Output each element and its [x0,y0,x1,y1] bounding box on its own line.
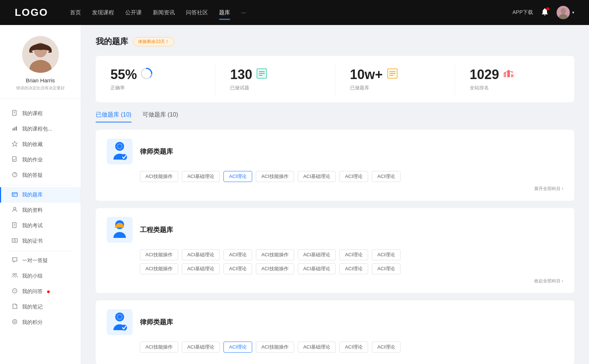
sidebar-item-label: 我的小组 [22,273,43,279]
sidebar-item-course-pack[interactable]: 我的课程包... [0,121,81,137]
tag-item[interactable]: ACI技能操作 [140,171,178,182]
stat-done-questions: 130 已做试题 [215,63,335,95]
tag-item[interactable]: ACI理论 [223,171,252,182]
tab-done[interactable]: 已做题库 (10) [96,111,131,122]
svg-text:?: ? [14,289,16,293]
engineer-tags-row1: ACI技能操作 ACI基础理论 ACI理论 ACI技能操作 ACI基础理论 AC… [140,249,563,260]
sidebar-item-label: 我的课程包... [22,126,52,132]
engineer-tags-row2: ACI技能操作 ACI基础理论 ACI理论 ACI技能操作 ACI基础理论 AC… [140,263,563,274]
ranking-icon [503,68,515,82]
tag-item[interactable]: ACI技能操作 [140,342,178,353]
tag-item[interactable]: ACI基础理论 [298,171,336,182]
stats-bar: 55% 正确率 130 已做试题 10w+ [96,56,574,102]
sidebar-item-1on1[interactable]: 一对一答疑 [0,253,81,268]
tag-item[interactable]: ACI理论 [339,342,368,353]
sidebar-item-favorites[interactable]: 我的收藏 [0,137,81,152]
svg-point-44 [504,72,505,74]
lawyer-card-title: 律师类题库 [140,147,173,156]
tag-item[interactable]: ACI技能操作 [140,263,178,274]
svg-text:?: ? [14,173,16,177]
tab-todo[interactable]: 可做题库 (10) [142,111,178,122]
nav-discover[interactable]: 发现课程 [92,8,114,18]
sidebar-item-label: 我的问答 [22,288,43,295]
collapse-btn[interactable]: 收起全部科目 › [534,278,563,284]
tag-item[interactable]: ACI技能操作 [256,249,294,260]
notification-badge [546,7,549,10]
sidebar-item-label: 我的资料 [22,207,43,214]
tag-item[interactable]: ACI基础理论 [182,171,220,182]
sidebar-item-group[interactable]: 我的小组 [0,268,81,284]
tag-item[interactable]: ACI理论 [372,342,401,353]
tag-item[interactable]: ACI基础理论 [298,249,336,260]
sidebar-item-my-qa[interactable]: ? 我的问答 [0,284,81,299]
lawyer-card-icon [107,139,133,164]
sidebar-item-profile[interactable]: 我的资料 [0,203,81,218]
sidebar-item-label: 我的证书 [22,238,43,245]
sidebar-menu: 我的课程 我的课程包... 我的收藏 我的作业 [0,102,81,334]
tag-item[interactable]: ACI理论 [339,249,368,260]
bank-card-header: 工程类题库 [107,217,563,243]
tag-item[interactable]: ACI技能操作 [256,342,294,353]
engineer-card-icon [107,217,133,243]
stat-done-banks: 10w+ 已做题库 [335,63,455,95]
lawyer-2-tags: ACI技能操作 ACI基础理论 ACI理论 ACI技能操作 ACI基础理论 AC… [140,342,563,353]
tag-item[interactable]: ACI理论 [372,263,401,274]
stat-ranking: 1029 全站排名 [455,63,574,95]
qa-icon: ? [11,288,18,295]
nav-more[interactable]: ··· [241,8,246,18]
sidebar-item-exam[interactable]: 我的考试 [0,218,81,233]
tag-item[interactable]: ACI理论 [372,171,401,182]
tag-item[interactable]: ACI技能操作 [256,171,294,182]
tag-item[interactable]: ACI基础理论 [182,263,220,274]
expand-btn[interactable]: 展开全部科目 › [534,186,563,192]
nav-home[interactable]: 首页 [70,8,81,18]
notification-bell[interactable] [540,7,549,18]
profile-avatar [22,36,59,73]
lawyer-card-icon-2 [107,309,133,335]
tag-item[interactable]: ACI基础理论 [182,249,220,260]
svg-rect-16 [12,193,17,196]
tag-item[interactable]: ACI基础理论 [298,263,336,274]
sidebar-item-qa[interactable]: ? 我的答疑 [0,168,81,183]
tag-item[interactable]: ACI理论 [339,263,368,274]
sidebar-item-homework[interactable]: 我的作业 [0,152,81,168]
nav-qa[interactable]: 问答社区 [186,8,208,18]
banks-icon [387,68,398,82]
sidebar-item-label: 我的笔记 [22,304,43,310]
stat-top: 55% [110,67,152,82]
stat-value: 10w+ [350,67,383,82]
svg-point-56 [118,315,121,319]
tag-item[interactable]: ACI技能操作 [140,249,178,260]
app-download[interactable]: APP下载 [512,9,533,16]
sidebar-item-points[interactable]: 我的积分 [0,315,81,330]
sidebar-item-notes[interactable]: 我的笔记 [0,299,81,315]
svg-marker-12 [12,141,17,146]
tag-item[interactable]: ACI理论 [223,249,252,260]
lawyer-1-tags: ACI技能操作 ACI基础理论 ACI理论 ACI技能操作 ACI基础理论 AC… [140,171,563,182]
svg-point-19 [14,207,16,210]
stat-value: 55% [110,67,137,82]
svg-rect-42 [507,71,510,77]
nav-open-course[interactable]: 公开课 [125,8,142,18]
logo[interactable]: LOGO [15,7,48,18]
tag-item[interactable]: ACI理论 [339,171,368,182]
user-avatar[interactable]: ▾ [557,6,574,19]
nav-question-bank[interactable]: 题库 [219,8,230,18]
tag-item[interactable]: ACI基础理论 [298,342,336,353]
sidebar-divider-1 [7,185,73,185]
tag-item[interactable]: ACI基础理论 [182,342,220,353]
tag-item[interactable]: ACI理论 [372,249,401,260]
page-title: 我的题库 [96,36,128,47]
sidebar-item-my-courses[interactable]: 我的课程 [0,106,81,121]
sidebar-item-question-bank[interactable]: 我的题库 [0,187,81,203]
nav-news[interactable]: 新闻资讯 [153,8,175,18]
tag-item[interactable]: ACI理论 [223,263,252,274]
stat-value: 1029 [470,67,499,82]
group-icon [11,272,18,280]
tag-item[interactable]: ACI技能操作 [256,263,294,274]
svg-point-31 [14,321,16,323]
chat-icon [11,257,18,264]
sidebar-item-label: 我的课程 [22,110,43,117]
tag-item[interactable]: ACI理论 [223,342,252,353]
sidebar-item-certificate[interactable]: 我的证书 [0,233,81,249]
